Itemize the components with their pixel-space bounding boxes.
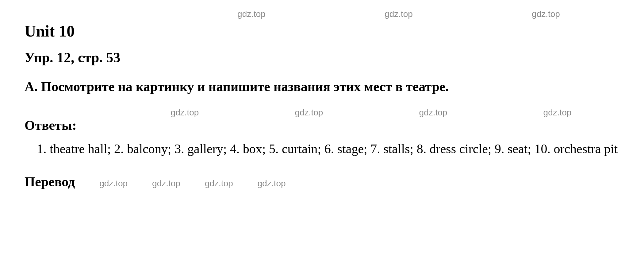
task-instruction: А. Посмотрите на картинку и напишите наз…	[25, 78, 619, 95]
answers-text: 1. theatre hall; 2. balcony; 3. gallery;…	[37, 139, 619, 159]
watermark-trans-4: gdz.top	[258, 179, 286, 188]
watermark-top-2: gdz.top	[385, 9, 413, 19]
watermark-top-1: gdz.top	[237, 9, 266, 19]
watermark-trans-2: gdz.top	[152, 179, 180, 188]
watermark-ans-3: gdz.top	[419, 108, 447, 118]
unit-title: Unit 10	[25, 22, 619, 40]
answers-label: Ответы:	[25, 118, 619, 133]
exercise-title: Упр. 12, стр. 53	[25, 49, 619, 66]
watermark-ans-4: gdz.top	[543, 108, 572, 118]
watermark-trans-1: gdz.top	[99, 179, 128, 188]
watermark-ans-1: gdz.top	[171, 108, 199, 118]
translation-label: Перевод	[25, 174, 75, 190]
watermark-trans-3: gdz.top	[205, 179, 233, 188]
watermark-ans-2: gdz.top	[295, 108, 323, 118]
watermark-top-3: gdz.top	[532, 9, 560, 19]
